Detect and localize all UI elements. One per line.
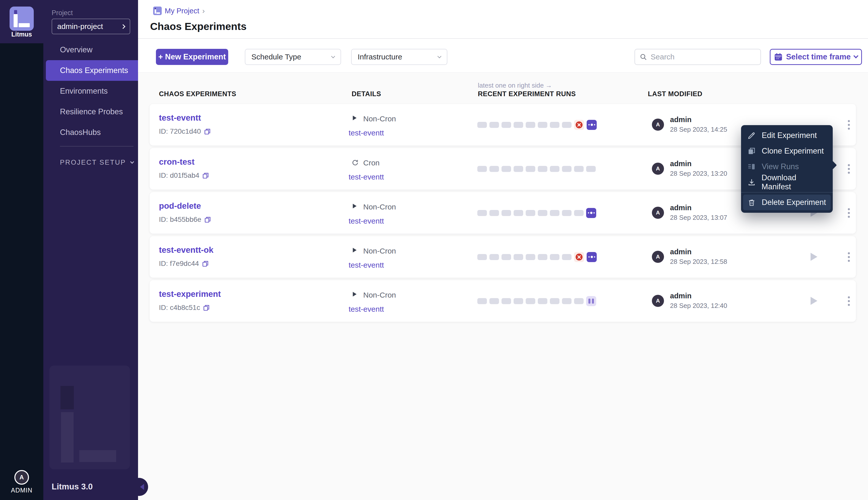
run-cell-failed[interactable] — [574, 120, 584, 130]
run-cell-empty[interactable] — [477, 122, 487, 128]
select-time-frame-button[interactable]: Select time frame — [770, 49, 862, 65]
run-cell-running[interactable] — [587, 120, 597, 130]
schedule-type-label: Non-Cron — [363, 203, 396, 211]
run-cell-empty[interactable] — [501, 298, 511, 304]
run-cell-empty[interactable] — [562, 166, 572, 172]
run-cell-empty[interactable] — [538, 166, 547, 172]
infrastructure-link[interactable]: test-eventt — [349, 217, 384, 225]
run-cell-empty[interactable] — [477, 298, 487, 304]
run-cell-empty[interactable] — [489, 210, 499, 216]
context-menu-divider — [741, 192, 833, 193]
run-cell-running[interactable] — [587, 252, 597, 262]
run-cell-empty[interactable] — [477, 254, 487, 260]
run-cell-empty[interactable] — [477, 210, 487, 216]
sidebar-collapse-handle[interactable] — [130, 478, 148, 496]
run-cell-empty[interactable] — [550, 166, 560, 172]
run-cell-empty[interactable] — [538, 254, 547, 260]
run-cell-empty[interactable] — [489, 122, 499, 128]
run-cell-empty[interactable] — [526, 166, 535, 172]
infrastructure-link[interactable]: test-eventt — [349, 173, 384, 181]
experiment-name-link[interactable]: cron-test — [159, 157, 194, 167]
run-cell-empty[interactable] — [477, 166, 487, 172]
infrastructure-link[interactable]: test-eventt — [349, 261, 384, 269]
run-experiment-button[interactable] — [811, 253, 818, 261]
run-cell-empty[interactable] — [514, 210, 523, 216]
copy-icon[interactable] — [203, 304, 210, 311]
run-cell-empty[interactable] — [574, 166, 584, 172]
run-cell-empty[interactable] — [562, 210, 572, 216]
menu-item-clone-experiment[interactable]: Clone Experiment — [741, 143, 833, 159]
experiment-name-link[interactable]: test-eventt — [159, 113, 201, 123]
run-cell-empty[interactable] — [550, 254, 560, 260]
run-cell-empty[interactable] — [562, 122, 572, 128]
run-cell-empty[interactable] — [501, 254, 511, 260]
infrastructure-link[interactable]: test-eventt — [349, 305, 384, 314]
run-experiment-button[interactable] — [811, 297, 818, 305]
new-experiment-button[interactable]: + New Experiment — [156, 49, 228, 65]
run-cell-empty[interactable] — [489, 298, 499, 304]
run-cell-empty[interactable] — [538, 122, 547, 128]
run-cell-paused[interactable] — [586, 296, 596, 306]
run-cell-empty[interactable] — [538, 210, 547, 216]
menu-item-edit-experiment[interactable]: Edit Experiment — [741, 128, 833, 143]
run-cell-empty[interactable] — [550, 210, 560, 216]
row-menu-kebab[interactable] — [844, 205, 854, 221]
run-cell-failed[interactable] — [574, 252, 584, 262]
run-cell-empty[interactable] — [514, 166, 523, 172]
copy-icon[interactable] — [204, 216, 211, 223]
run-cell-empty[interactable] — [501, 122, 511, 128]
breadcrumb-link[interactable]: My Project — [165, 7, 199, 15]
run-cell-empty[interactable] — [501, 210, 511, 216]
run-cell-empty[interactable] — [550, 298, 560, 304]
experiment-name-link[interactable]: pod-delete — [159, 201, 201, 211]
non-cron-play-icon — [352, 203, 358, 209]
run-cell-empty[interactable] — [562, 298, 572, 304]
run-cell-empty[interactable] — [586, 166, 596, 172]
menu-item-delete-experiment[interactable]: Delete Experiment — [743, 195, 831, 210]
sidebar-item-chaos-experiments[interactable]: Chaos Experiments — [46, 60, 138, 81]
experiment-name-link[interactable]: test-experiment — [159, 289, 221, 299]
sidebar-item-project-setup[interactable]: PROJECT SETUP — [60, 159, 134, 167]
litmus-logo-icon[interactable] — [10, 7, 34, 31]
schedule-type-dropdown[interactable]: Schedule Type — [245, 49, 341, 65]
run-cell-empty[interactable] — [514, 254, 523, 260]
row-menu-kebab[interactable] — [844, 116, 854, 133]
copy-icon[interactable] — [202, 172, 209, 179]
sidebar-item-resilience-probes[interactable]: Resilience Probes — [43, 101, 138, 122]
project-selector[interactable]: admin-project — [52, 19, 130, 34]
run-cell-empty[interactable] — [514, 298, 523, 304]
search-input[interactable] — [651, 53, 756, 61]
row-menu-kebab[interactable] — [844, 249, 854, 265]
experiment-name-link[interactable]: test-eventt-ok — [159, 245, 213, 255]
run-cell-empty[interactable] — [526, 210, 535, 216]
run-cell-empty[interactable] — [538, 298, 547, 304]
run-cell-empty[interactable] — [514, 122, 523, 128]
modifier-name: admin — [670, 292, 691, 300]
menu-item-download-manifest[interactable]: Download Manifest — [741, 174, 833, 190]
infrastructure-link[interactable]: test-eventt — [349, 129, 384, 137]
recent-runs-strip — [477, 104, 597, 146]
run-cell-empty[interactable] — [526, 298, 535, 304]
row-menu-kebab[interactable] — [844, 161, 854, 177]
sidebar-item-environments[interactable]: Environments — [43, 81, 138, 101]
run-cell-empty[interactable] — [574, 210, 584, 216]
sidebar-nav: OverviewChaos ExperimentsEnvironmentsRes… — [43, 39, 138, 143]
run-cell-empty[interactable] — [550, 122, 560, 128]
run-cell-empty[interactable] — [526, 122, 535, 128]
run-cell-empty[interactable] — [501, 166, 511, 172]
copy-icon[interactable] — [202, 260, 209, 267]
menu-item-label: Download Manifest — [762, 173, 827, 191]
copy-icon[interactable] — [204, 128, 211, 135]
run-cell-empty[interactable] — [562, 254, 572, 260]
sidebar-item-chaoshubs[interactable]: ChaosHubs — [43, 122, 138, 143]
infrastructure-dropdown[interactable]: Infrastructure — [351, 49, 447, 65]
run-cell-empty[interactable] — [526, 254, 535, 260]
sidebar-item-overview[interactable]: Overview — [43, 39, 138, 60]
run-cell-empty[interactable] — [574, 298, 584, 304]
row-menu-kebab[interactable] — [844, 293, 854, 309]
menu-item-view-runs[interactable]: View Runs — [741, 159, 833, 174]
run-cell-empty[interactable] — [489, 166, 499, 172]
run-cell-empty[interactable] — [489, 254, 499, 260]
run-cell-running[interactable] — [586, 208, 596, 218]
user-avatar[interactable]: A — [14, 470, 29, 485]
